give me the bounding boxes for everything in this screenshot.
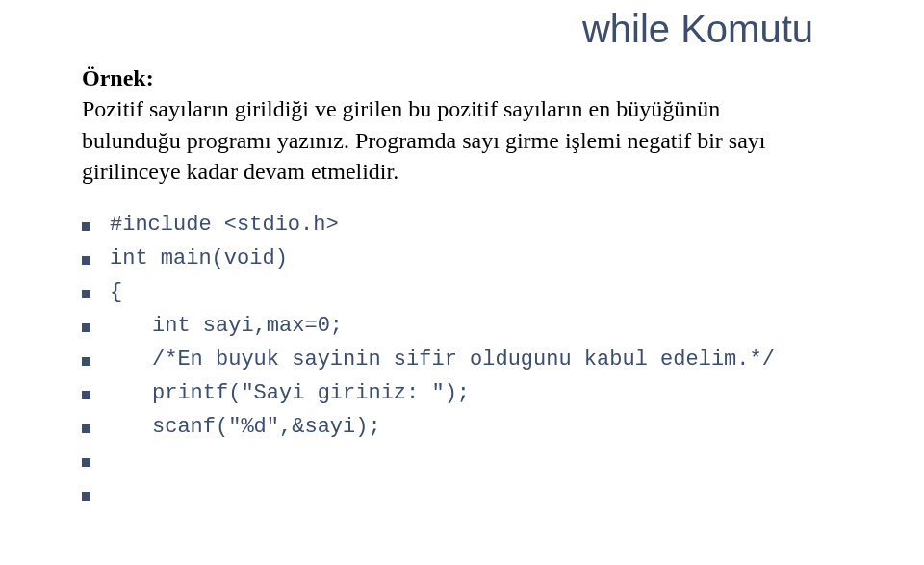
code-list: #include <stdio.h>int main(void){int say… xyxy=(82,213,914,507)
code-text: int main(void) xyxy=(110,246,288,270)
bullet-icon xyxy=(82,323,90,332)
code-line: int sayi,max=0; xyxy=(82,314,914,339)
bullet-icon xyxy=(82,256,90,265)
code-text: int sayi,max=0; xyxy=(110,314,343,338)
example-text-line2: bulunduğu programı yazınız. Programda sa… xyxy=(82,128,766,153)
bullet-icon xyxy=(82,290,90,298)
code-line xyxy=(82,482,914,507)
code-text: scanf("%d",&sayi); xyxy=(110,415,381,439)
code-line: { xyxy=(82,280,914,305)
slide-container: while Komutu Örnek: Pozitif sayıların gi… xyxy=(0,0,924,565)
bullet-icon xyxy=(82,222,90,231)
code-line: scanf("%d",&sayi); xyxy=(82,415,914,440)
bullet-icon xyxy=(82,391,90,399)
bullet-icon xyxy=(82,357,90,366)
code-text: #include <stdio.h> xyxy=(110,213,339,237)
slide-title: while Komutu xyxy=(582,8,813,51)
example-paragraph: Örnek: Pozitif sayıların girildiği ve gi… xyxy=(82,63,914,188)
code-text: /*En buyuk sayinin sifir oldugunu kabul … xyxy=(110,347,775,372)
bullet-icon xyxy=(82,492,90,501)
bullet-icon xyxy=(82,458,90,467)
code-line xyxy=(82,449,914,474)
code-text: printf("Sayi giriniz: "); xyxy=(110,381,470,405)
code-text: { xyxy=(110,280,122,304)
bullet-icon xyxy=(82,424,90,433)
example-label: Örnek: xyxy=(82,65,154,90)
example-text-line3: girilinceye kadar devam etmelidir. xyxy=(82,159,398,184)
example-text-line1: Pozitif sayıların girildiği ve girilen b… xyxy=(82,96,720,121)
code-line: int main(void) xyxy=(82,246,914,271)
code-line: #include <stdio.h> xyxy=(82,213,914,238)
slide-content: Örnek: Pozitif sayıların girildiği ve gi… xyxy=(82,63,914,516)
code-line: /*En buyuk sayinin sifir oldugunu kabul … xyxy=(82,347,914,372)
code-line: printf("Sayi giriniz: "); xyxy=(82,381,914,406)
